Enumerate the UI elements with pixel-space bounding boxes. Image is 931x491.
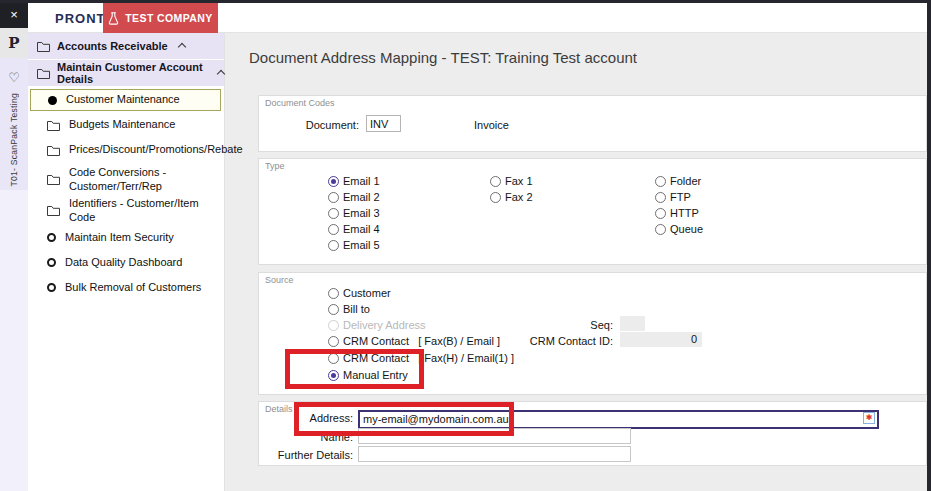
radio-icon bbox=[328, 224, 339, 235]
sidebar-item-maintain-item-security[interactable]: Maintain Item Security bbox=[28, 226, 224, 250]
radio-icon bbox=[328, 288, 339, 299]
sidebar-items: Customer Maintenance Budgets Maintenance… bbox=[28, 87, 224, 300]
radio-icon bbox=[655, 208, 666, 219]
page-title: Document Address Mapping - TEST: Trainin… bbox=[249, 49, 637, 66]
radio-bill-to[interactable]: Bill to bbox=[328, 302, 370, 316]
radio-label: CRM Contact [ Fax(H) / Email(1) ] bbox=[343, 352, 514, 364]
radio-http[interactable]: HTTP bbox=[655, 206, 699, 220]
document-code-input[interactable] bbox=[366, 115, 401, 132]
circle-icon bbox=[47, 258, 56, 267]
radio-icon bbox=[328, 336, 339, 347]
seq-value-box bbox=[620, 316, 645, 331]
folder-icon bbox=[47, 205, 60, 216]
right-chrome-strip bbox=[927, 0, 931, 491]
radio-label: Fax 1 bbox=[505, 175, 533, 187]
radio-fax-1[interactable]: Fax 1 bbox=[490, 174, 533, 188]
folder-icon bbox=[47, 145, 60, 156]
radio-icon bbox=[328, 208, 339, 219]
radio-label: Bill to bbox=[343, 303, 370, 315]
sidebar-menu: Accounts Receivable Maintain Customer Ac… bbox=[28, 33, 225, 491]
sidebar-item-label: Bulk Removal of Customers bbox=[65, 281, 201, 295]
radio-icon bbox=[328, 304, 339, 315]
further-details-label: Further Details: bbox=[259, 449, 353, 461]
radio-icon bbox=[655, 224, 666, 235]
radio-email-3[interactable]: Email 3 bbox=[328, 206, 380, 220]
radio-label: Folder bbox=[670, 175, 701, 187]
radio-crm-contact-h[interactable]: CRM Contact [ Fax(H) / Email(1) ] bbox=[328, 351, 514, 365]
seq-label: Seq: bbox=[459, 319, 613, 331]
left-rail: × P ♡ T01- ScanPack Testing bbox=[0, 0, 28, 491]
radio-email-2[interactable]: Email 2 bbox=[328, 190, 380, 204]
folder-icon bbox=[37, 68, 50, 79]
crm-contact-id-value-box: 0 bbox=[620, 332, 702, 347]
sidebar-item-label: Data Quality Dashboard bbox=[65, 256, 182, 270]
sidebar-group-label: Maintain Customer Account Details bbox=[57, 61, 207, 85]
pronto-p-logo[interactable]: P bbox=[0, 28, 28, 58]
address-label: Address: bbox=[259, 412, 353, 424]
radio-label: Queue bbox=[670, 223, 703, 235]
main-content: Document Address Mapping - TEST: Trainin… bbox=[225, 33, 927, 491]
radio-queue[interactable]: Queue bbox=[655, 222, 703, 236]
radio-fax-2[interactable]: Fax 2 bbox=[490, 190, 533, 204]
sidebar-item-prices-discount-promotions-rebate[interactable]: Prices/Discount/Promotions/Rebate bbox=[28, 138, 224, 162]
heart-icon[interactable]: ♡ bbox=[8, 70, 20, 85]
sidebar-item-label: Budgets Maintenance bbox=[69, 118, 175, 132]
radio-label: Email 4 bbox=[343, 223, 380, 235]
radio-email-1[interactable]: Email 1 bbox=[328, 174, 380, 188]
address-input[interactable] bbox=[358, 410, 879, 429]
flask-icon bbox=[108, 12, 119, 25]
sidebar-item-customer-maintenance[interactable]: Customer Maintenance bbox=[30, 89, 221, 111]
top-chrome-strip bbox=[0, 0, 931, 3]
sidebar-item-label: Customer Maintenance bbox=[66, 93, 180, 107]
sidebar-item-label: Code Conversions - Customer/Terr/Rep bbox=[69, 166, 217, 194]
radio-folder[interactable]: Folder bbox=[655, 174, 701, 188]
sidebar-item-code-conversions[interactable]: Code Conversions - Customer/Terr/Rep bbox=[28, 163, 224, 196]
sidebar-item-label: Identifiers - Customer/Item Code bbox=[69, 197, 218, 225]
sidebar-group-label: Accounts Receivable bbox=[57, 40, 168, 52]
details-section: Details Address: ✱ Name: Further Details… bbox=[258, 401, 927, 466]
pronto-p-letter: P bbox=[8, 34, 19, 52]
rail-section: ♡ T01- ScanPack Testing bbox=[0, 58, 28, 190]
app-window: × P ♡ T01- ScanPack Testing PRONTO Xi TE… bbox=[0, 0, 931, 491]
radio-disabled-icon bbox=[328, 320, 339, 331]
circle-icon bbox=[47, 283, 56, 292]
radio-icon bbox=[328, 192, 339, 203]
further-details-input[interactable] bbox=[358, 446, 631, 462]
radio-ftp[interactable]: FTP bbox=[655, 190, 691, 204]
sidebar-item-data-quality-dashboard[interactable]: Data Quality Dashboard bbox=[28, 251, 224, 275]
section-legend: Source bbox=[265, 275, 294, 285]
app-header: PRONTO Xi TEST COMPANY bbox=[28, 3, 927, 33]
radio-manual-entry[interactable]: Manual Entry bbox=[328, 368, 408, 382]
radio-icon bbox=[328, 353, 339, 364]
radio-selected-icon bbox=[328, 176, 339, 187]
radio-email-4[interactable]: Email 4 bbox=[328, 222, 380, 236]
radio-email-5[interactable]: Email 5 bbox=[328, 238, 380, 252]
section-legend: Document Codes bbox=[265, 98, 335, 108]
close-button[interactable]: × bbox=[0, 0, 28, 28]
sidebar-item-budgets-maintenance[interactable]: Budgets Maintenance bbox=[28, 113, 224, 137]
sidebar-group-accounts-receivable[interactable]: Accounts Receivable bbox=[28, 33, 224, 59]
radio-label: Email 2 bbox=[343, 191, 380, 203]
company-badge-label: TEST COMPANY bbox=[125, 12, 212, 24]
document-label: Document: bbox=[259, 119, 359, 131]
sidebar-item-label: Maintain Item Security bbox=[65, 231, 174, 245]
sidebar-group-maintain-customer-account-details[interactable]: Maintain Customer Account Details bbox=[28, 60, 224, 86]
required-field-icon: ✱ bbox=[863, 412, 875, 424]
radio-selected-icon bbox=[328, 370, 339, 381]
company-badge[interactable]: TEST COMPANY bbox=[103, 3, 218, 33]
radio-icon bbox=[328, 240, 339, 251]
radio-label: HTTP bbox=[670, 207, 699, 219]
folder-icon bbox=[47, 174, 60, 185]
radio-customer[interactable]: Customer bbox=[328, 286, 391, 300]
name-input[interactable] bbox=[358, 428, 631, 444]
document-description: Invoice bbox=[474, 119, 509, 131]
radio-label: Email 3 bbox=[343, 207, 380, 219]
radio-label: Fax 2 bbox=[505, 191, 533, 203]
sidebar-item-bulk-removal-of-customers[interactable]: Bulk Removal of Customers bbox=[28, 276, 224, 300]
chevron-up-icon bbox=[217, 70, 225, 78]
address-field-wrap: ✱ bbox=[358, 409, 879, 428]
close-icon: × bbox=[10, 7, 18, 22]
radio-label: Delivery Address bbox=[343, 319, 426, 331]
sidebar-item-identifiers[interactable]: Identifiers - Customer/Item Code bbox=[28, 197, 224, 225]
radio-label: Customer bbox=[343, 287, 391, 299]
